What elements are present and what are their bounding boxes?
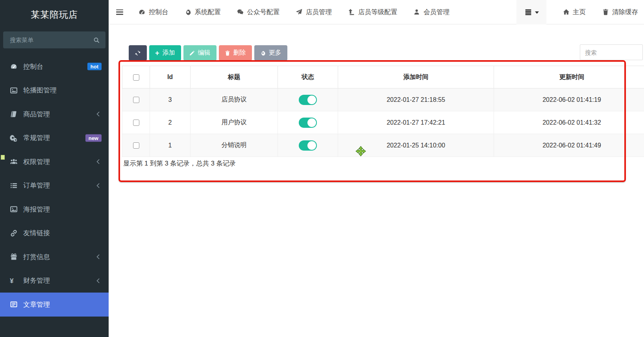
row-select-cell xyxy=(122,111,150,134)
book-icon xyxy=(10,110,18,118)
sidebar-item-label: 海报管理 xyxy=(23,205,50,214)
clear-cache-link[interactable]: 清除缓存 xyxy=(602,8,638,17)
delete-button[interactable]: 删除 xyxy=(219,45,252,61)
table-search-input[interactable] xyxy=(580,44,643,60)
news-icon xyxy=(10,301,18,308)
sidebar-item-label: 订单管理 xyxy=(23,181,50,190)
user-icon xyxy=(413,9,420,15)
plane-icon xyxy=(296,9,302,15)
caret-down-icon xyxy=(535,11,539,14)
top-nav-item-staff-level[interactable]: 店员等级配置 xyxy=(348,8,397,17)
header-created: 添加时间 xyxy=(338,66,494,88)
chevron-left-icon xyxy=(96,112,100,116)
row-title: 店员协议 xyxy=(191,88,278,111)
dashboard-icon xyxy=(139,9,145,15)
sidebar-item-reward[interactable]: 打赏信息 xyxy=(0,245,109,269)
row-updated: 2022-06-02 01:41:19 xyxy=(494,88,644,111)
table-body: 3店员协议2022-01-27 21:18:552022-06-02 01:41… xyxy=(122,88,644,157)
row-select-cell xyxy=(122,88,150,111)
top-nav-item-wechat-config[interactable]: 公众号配置 xyxy=(237,8,280,17)
top-nav-right: 主页 清除缓存 xyxy=(516,0,644,24)
green-square-artifact xyxy=(1,155,5,160)
add-label: 添加 xyxy=(163,49,175,57)
trash-icon xyxy=(602,9,609,15)
sidebar-search-input[interactable] xyxy=(9,36,93,44)
sidebar-item-label: 常规管理 xyxy=(23,133,50,142)
top-nav-item-label: 公众号配置 xyxy=(247,8,280,17)
status-toggle-on[interactable] xyxy=(299,140,317,151)
picture-icon xyxy=(10,206,18,213)
page: { "sidebar": { "title": "某某陪玩店", "search… xyxy=(0,0,644,337)
search-icon xyxy=(93,37,100,43)
sidebar-item-links[interactable]: 友情链接 xyxy=(0,221,109,245)
sidebar-search xyxy=(3,31,105,48)
list-icon xyxy=(10,182,18,189)
data-table: Id 标题 状态 添加时间 更新时间 3店员协议2022-01-27 21:18… xyxy=(122,66,644,157)
row-checkbox[interactable] xyxy=(133,120,139,126)
header-id: Id xyxy=(150,66,191,88)
table-row: 3店员协议2022-01-27 21:18:552022-06-02 01:41… xyxy=(122,88,644,111)
top-nav-item-label: 控制台 xyxy=(149,8,168,17)
sidebar-item-permission[interactable]: 权限管理 xyxy=(0,150,109,174)
more-label: 更多 xyxy=(269,49,281,57)
gear-icon xyxy=(260,50,266,56)
sidebar-item-label: 商品管理 xyxy=(23,110,50,119)
status-toggle-on[interactable] xyxy=(299,95,317,105)
header-title: 标题 xyxy=(191,66,278,88)
plus-icon: + xyxy=(155,50,159,57)
add-button[interactable]: + 添加 xyxy=(149,45,181,61)
top-nav-item-member[interactable]: 会员管理 xyxy=(413,8,450,17)
delete-label: 删除 xyxy=(233,49,246,57)
row-updated: 2022-06-02 01:41:32 xyxy=(494,111,644,134)
menu-dropdown-button[interactable] xyxy=(516,0,546,24)
table-row: 1分销说明2022-01-25 14:10:002022-06-02 01:41… xyxy=(122,134,644,157)
row-id: 2 xyxy=(150,111,191,134)
hot-badge: hot xyxy=(87,63,102,70)
sidebar-item-poster[interactable]: 海报管理 xyxy=(0,197,109,221)
sidebar-item-label: 打赏信息 xyxy=(23,252,50,261)
chevron-left-icon xyxy=(96,183,100,188)
sidebar-toggle-icon[interactable] xyxy=(116,9,123,15)
row-title: 用户协议 xyxy=(191,111,278,134)
row-checkbox[interactable] xyxy=(133,97,139,103)
row-title: 分销说明 xyxy=(191,134,278,157)
sidebar-item-general[interactable]: 常规管理new xyxy=(0,126,109,150)
sidebar-item-label: 文章管理 xyxy=(23,300,50,309)
refresh-icon xyxy=(135,50,141,56)
link-icon xyxy=(10,230,18,237)
chevron-left-icon xyxy=(96,254,100,259)
header-select-all xyxy=(122,66,150,88)
top-nav-item-system-config[interactable]: 系统配置 xyxy=(185,8,221,17)
table-toolbar: + 添加 编辑 删除 更多 xyxy=(129,45,287,61)
pencil-icon xyxy=(189,50,195,56)
sidebar-item-article[interactable]: 文章管理 xyxy=(0,293,109,317)
top-nav-item-dashboard[interactable]: 控制台 xyxy=(139,8,168,17)
refresh-button[interactable] xyxy=(129,45,147,61)
sidebar-item-orders[interactable]: 订单管理 xyxy=(0,174,109,198)
home-icon xyxy=(563,9,570,15)
sidebar-item-dashboard[interactable]: 控制台hot xyxy=(0,55,109,79)
row-status-cell xyxy=(278,88,338,111)
row-status-cell xyxy=(278,134,338,157)
list-menu-icon xyxy=(524,9,532,16)
image-icon xyxy=(10,87,18,94)
header-updated: 更新时间 xyxy=(494,66,644,88)
select-all-checkbox[interactable] xyxy=(133,74,139,81)
sidebar-item-goods[interactable]: 商品管理 xyxy=(0,102,109,126)
pagination-summary: 显示第 1 到第 3 条记录，总共 3 条记录 xyxy=(123,159,236,168)
app-title: 某某陪玩店 xyxy=(0,0,109,28)
row-checkbox[interactable] xyxy=(133,142,139,149)
top-nav-items: 控制台系统配置公众号配置店员管理店员等级配置会员管理 xyxy=(139,8,450,17)
sidebar-item-finance[interactable]: ¥财务管理 xyxy=(0,269,109,293)
top-navbar: 控制台系统配置公众号配置店员管理店员等级配置会员管理 主页 清除缓存 xyxy=(109,0,644,24)
top-nav-item-staff[interactable]: 店员管理 xyxy=(296,8,332,17)
row-select-cell xyxy=(122,134,150,157)
row-updated: 2022-06-02 01:41:49 xyxy=(494,134,644,157)
more-button[interactable]: 更多 xyxy=(254,45,287,61)
sidebar-item-carousel[interactable]: 轮播图管理 xyxy=(0,79,109,103)
home-link[interactable]: 主页 xyxy=(563,8,586,17)
edit-button[interactable]: 编辑 xyxy=(183,45,217,61)
gear-icon xyxy=(185,9,191,15)
status-toggle-on[interactable] xyxy=(299,118,317,128)
sidebar-item-label: 权限管理 xyxy=(23,157,50,166)
